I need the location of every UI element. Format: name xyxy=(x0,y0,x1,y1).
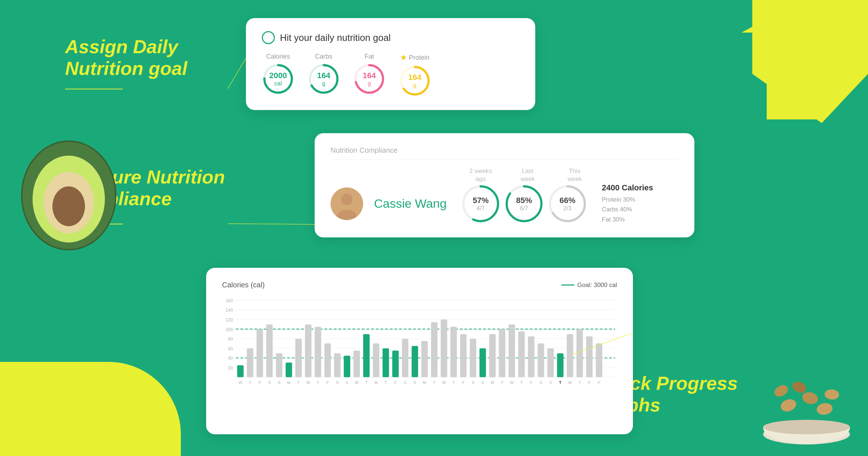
metric-protein-label: Protein xyxy=(409,54,429,62)
svg-text:F: F xyxy=(394,380,397,385)
label-assign-line1: Assign Daily xyxy=(65,36,178,57)
svg-text:T: T xyxy=(384,380,387,385)
svg-text:S: S xyxy=(481,380,484,385)
svg-text:T: T xyxy=(452,380,455,385)
svg-text:T: T xyxy=(317,380,319,385)
svg-rect-67 xyxy=(412,346,418,377)
metric-carbs-circle: 164 g xyxy=(307,63,340,95)
svg-rect-74 xyxy=(480,348,486,377)
svg-rect-85 xyxy=(586,337,593,377)
svg-text:W: W xyxy=(442,380,446,385)
protein-label-row: ★ Protein xyxy=(400,53,429,62)
metric-protein-circle: 164 g xyxy=(399,64,431,97)
fraction-2weeks: 4/7 xyxy=(473,205,489,212)
circle-lastweek: 85% 6/7 xyxy=(504,184,544,224)
fat-pct: Fat 30% xyxy=(602,216,625,223)
svg-rect-81 xyxy=(547,348,554,377)
svg-text:S: S xyxy=(268,380,271,385)
svg-point-6 xyxy=(779,397,798,413)
svg-point-7 xyxy=(801,390,820,406)
header-lastweek: Lastweek xyxy=(504,167,551,183)
svg-text:S: S xyxy=(404,380,407,385)
chart-legend: Goal: 3000 cal xyxy=(561,282,617,289)
fat-unit: g xyxy=(368,80,371,87)
fraction-lastweek: 6/7 xyxy=(516,205,532,212)
svg-text:F: F xyxy=(259,380,261,385)
fat-value: 164 xyxy=(363,71,376,80)
svg-rect-73 xyxy=(470,339,476,377)
nutrition-metrics: Calories 2000 cal Carbs xyxy=(262,53,519,97)
svg-rect-86 xyxy=(596,343,602,377)
svg-rect-76 xyxy=(499,329,505,377)
svg-text:M: M xyxy=(423,380,426,385)
svg-point-12 xyxy=(763,420,850,434)
protein-unit: g xyxy=(413,82,417,89)
svg-rect-77 xyxy=(509,325,515,377)
legend-line-icon xyxy=(561,284,574,286)
metric-calories-circle: 2000 cal xyxy=(262,63,294,95)
svg-rect-70 xyxy=(441,320,447,377)
legend-label: Goal: 3000 cal xyxy=(577,282,617,289)
svg-text:W: W xyxy=(568,380,572,385)
svg-rect-80 xyxy=(538,343,544,377)
svg-rect-65 xyxy=(392,351,399,377)
svg-line-125 xyxy=(228,58,246,89)
svg-rect-83 xyxy=(567,334,573,377)
svg-rect-75 xyxy=(489,334,496,377)
nuts-image xyxy=(752,347,861,449)
svg-text:W: W xyxy=(238,380,242,385)
svg-rect-62 xyxy=(363,334,370,377)
svg-text:60: 60 xyxy=(228,346,233,351)
svg-text:F: F xyxy=(588,380,591,385)
svg-text:M: M xyxy=(355,380,358,385)
carbs-pct: Carbs 40% xyxy=(602,206,632,213)
svg-rect-68 xyxy=(421,341,428,377)
svg-text:T: T xyxy=(520,380,523,385)
svg-rect-57 xyxy=(315,327,321,377)
bg-blob-left xyxy=(0,362,181,456)
svg-text:T: T xyxy=(297,380,300,385)
calories-value: 2000 xyxy=(269,71,287,80)
card-nutrition-title: Hit your daily nutrition goal xyxy=(280,32,391,43)
svg-text:160: 160 xyxy=(226,298,233,303)
macro-detail: Protein 30% Carbs 40% Fat 30% xyxy=(602,195,653,224)
pct-thisweek: 66% xyxy=(559,196,575,205)
svg-text:S: S xyxy=(549,380,552,385)
svg-rect-69 xyxy=(431,322,438,377)
svg-rect-54 xyxy=(286,363,292,377)
divider-assign xyxy=(65,89,123,89)
svg-text:F: F xyxy=(327,380,329,385)
svg-rect-78 xyxy=(518,332,525,377)
chart-header: Calories (cal) Goal: 3000 cal xyxy=(222,281,617,289)
svg-text:T: T xyxy=(365,380,368,385)
avatar xyxy=(331,187,363,220)
svg-rect-56 xyxy=(305,325,311,377)
protein-pct: Protein 30% xyxy=(602,196,635,203)
pct-2weeks: 57% xyxy=(473,196,489,205)
svg-rect-71 xyxy=(450,327,457,377)
compliance-client-row: Cassie Wang 57% 4/7 xyxy=(331,183,678,224)
svg-text:W: W xyxy=(306,380,310,385)
svg-text:20: 20 xyxy=(228,366,233,371)
circle-thisweek: 66% 2/3 xyxy=(548,184,587,224)
fraction-thisweek: 2/3 xyxy=(559,205,575,212)
chart-title: Calories (cal) xyxy=(222,281,265,289)
svg-text:S: S xyxy=(540,380,542,385)
svg-text:F: F xyxy=(462,380,465,385)
svg-point-10 xyxy=(773,383,790,399)
label-assign-line2: Nutrition goal xyxy=(65,58,187,79)
header-thisweek: Thisweek xyxy=(551,167,598,183)
metric-carbs-label: Carbs xyxy=(315,53,332,60)
svg-text:F: F xyxy=(598,380,600,385)
svg-rect-84 xyxy=(576,329,583,377)
avocado-image xyxy=(4,123,134,253)
svg-text:120: 120 xyxy=(226,317,233,322)
client-name: Cassie Wang xyxy=(374,197,454,211)
card-nutrition-header: Hit your daily nutrition goal xyxy=(262,31,519,44)
svg-rect-72 xyxy=(460,334,467,377)
compliance-column-headers: 2 weeksago Lastweek Thisweek xyxy=(457,167,598,183)
svg-text:80: 80 xyxy=(228,337,233,342)
svg-text:140: 140 xyxy=(226,308,233,313)
svg-rect-55 xyxy=(295,339,302,377)
calorie-summary: 2400 Calories xyxy=(602,183,653,193)
